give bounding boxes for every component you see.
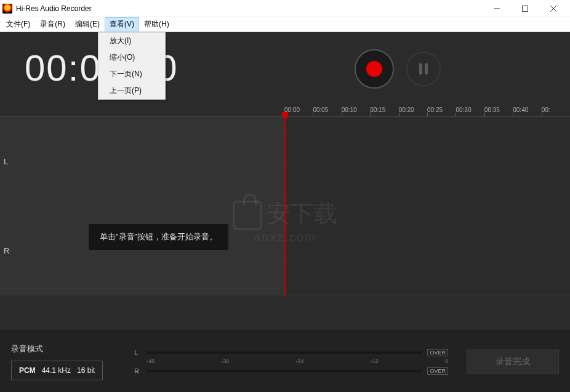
menu-next-page[interactable]: 下一页(N) <box>98 66 165 82</box>
meter-bar-right <box>147 370 422 372</box>
ruler-tick: 00:25 <box>427 103 456 116</box>
titlebar: Hi-Res Audio Recorder <box>0 0 570 17</box>
menu-record[interactable]: 录音(R) <box>35 17 70 31</box>
view-dropdown: 放大(I) 缩小(O) 下一页(N) 上一页(P) <box>98 32 166 100</box>
close-button[interactable] <box>539 0 568 17</box>
app-body: 00:00:00 00:00 00:05 00:10 00:15 00:20 0… <box>0 32 570 392</box>
hint-tooltip: 单击"录音"按钮，准备开始录音。 <box>89 224 228 250</box>
menu-zoom-out[interactable]: 缩小(O) <box>98 49 165 66</box>
ruler-tick: 00:40 <box>513 103 541 116</box>
record-mode-section: 录音模式 PCM 44.1 kHz 16 bit <box>11 343 122 380</box>
record-icon <box>366 61 382 77</box>
channel-label-right: R <box>4 246 9 255</box>
menu-view[interactable]: 查看(V) <box>105 17 139 31</box>
window-title: Hi-Res Audio Recorder <box>16 4 483 13</box>
ruler-tick: 00:10 <box>342 103 370 116</box>
playhead[interactable] <box>284 117 286 295</box>
record-button[interactable] <box>355 49 394 89</box>
playhead-marker-icon <box>282 112 288 118</box>
svg-rect-1 <box>523 6 528 11</box>
channel-label-left: L <box>4 157 8 166</box>
finish-recording-button[interactable]: 录音完成 <box>467 350 559 374</box>
pause-button[interactable] <box>406 52 441 86</box>
menu-prev-page[interactable]: 上一页(P) <box>98 82 165 99</box>
ruler-tick: 00:15 <box>370 103 398 116</box>
meter-bar-left <box>147 351 422 354</box>
top-section: 00:00:00 <box>0 32 570 103</box>
menubar: 文件(F) 录音(R) 编辑(E) 查看(V) 帮助(H) <box>0 17 570 32</box>
minimize-button[interactable] <box>483 0 511 17</box>
ruler-tick: 00: <box>542 103 570 116</box>
pause-icon <box>419 63 428 74</box>
menu-edit[interactable]: 编辑(E) <box>70 17 105 31</box>
ruler-tick: 00:20 <box>399 103 427 116</box>
mode-selector[interactable]: PCM 44.1 kHz 16 bit <box>11 361 103 380</box>
ruler-tick: 00:30 <box>456 103 484 116</box>
menu-file[interactable]: 文件(F) <box>1 17 35 31</box>
meter-scale: -48 -36 -24 -12 0 <box>134 358 448 366</box>
window-controls <box>483 0 568 17</box>
mode-label: 录音模式 <box>11 343 122 354</box>
menu-zoom-in[interactable]: 放大(I) <box>98 33 165 49</box>
bit-depth-value: 16 bit <box>77 366 95 375</box>
over-indicator-right: OVER <box>427 367 448 375</box>
ruler-tick: 00:35 <box>484 103 513 116</box>
menu-help[interactable]: 帮助(H) <box>139 17 174 31</box>
meter-label-right: R <box>134 367 142 375</box>
bottom-bar: 录音模式 PCM 44.1 kHz 16 bit L OVER -48 -36 … <box>0 330 570 392</box>
ruler-tick: 00:00 <box>284 103 313 116</box>
sample-rate-value: 44.1 kHz <box>42 366 71 375</box>
waveform-area[interactable]: L R <box>0 117 570 295</box>
ruler-tick: 00:05 <box>313 103 341 116</box>
meter-label-left: L <box>134 349 142 356</box>
record-controls <box>355 49 441 89</box>
over-indicator-left: OVER <box>427 349 448 356</box>
app-icon <box>2 4 12 14</box>
level-meters: L OVER -48 -36 -24 -12 0 R OVER <box>134 347 448 377</box>
codec-value: PCM <box>19 366 36 375</box>
maximize-button[interactable] <box>511 0 539 17</box>
